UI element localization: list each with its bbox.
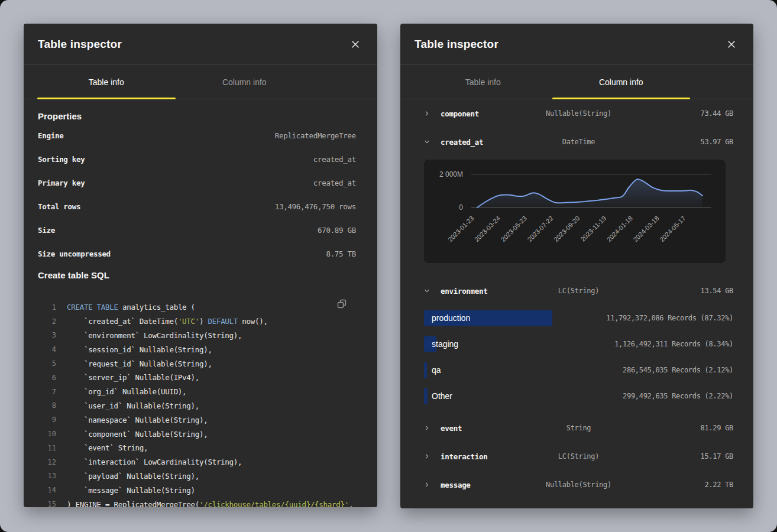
chevron-cell bbox=[424, 425, 441, 431]
property-value: 13,496,476,750 rows bbox=[275, 202, 356, 211]
property-row: Size670.89 GB bbox=[38, 218, 356, 242]
sql-text: `environment` LowCardinality(String), bbox=[67, 331, 242, 340]
value-row: qa286,545,035 Records (2.12%) bbox=[424, 357, 733, 383]
sql-text: `user_id` Nullable(String), bbox=[67, 401, 199, 410]
property-row: EngineReplicatedMergeTree bbox=[38, 124, 356, 147]
line-number: 13 bbox=[38, 472, 56, 480]
value-row: production11,792,372,086 Records (87.32%… bbox=[424, 305, 733, 331]
property-value: 8.75 TB bbox=[326, 249, 356, 258]
column-row-interaction[interactable]: interactionLC(String)15.17 GB bbox=[424, 442, 733, 471]
column-size: 2.22 TB bbox=[705, 481, 733, 489]
sql-text: `created_at` DateTime('UTC') DEFAULT now… bbox=[67, 317, 268, 326]
value-label: staging bbox=[432, 339, 458, 349]
table-inspector-dialog-right: Table inspector Table info Column info c… bbox=[400, 24, 753, 508]
sql-token: `user_id` Nullable(String), bbox=[67, 401, 199, 410]
dialog-title: Table inspector bbox=[415, 38, 498, 51]
column-name: created_at bbox=[441, 138, 483, 147]
column-row-component[interactable]: componentNullable(String)73.44 GB bbox=[424, 99, 733, 128]
sql-token: 'UTC' bbox=[178, 317, 199, 326]
sql-code-line: 8 `user_id` Nullable(String), bbox=[38, 399, 356, 413]
value-bar bbox=[424, 362, 427, 378]
properties-rows: EngineReplicatedMergeTreeSorting keycrea… bbox=[38, 124, 356, 265]
sql-code-line: 14 `message` Nullable(String) bbox=[38, 483, 356, 497]
column-row-message[interactable]: messageNullable(String)2.22 TB bbox=[424, 471, 733, 499]
value-bar bbox=[424, 388, 428, 404]
sql-code-line: 13 `payload` Nullable(String), bbox=[38, 469, 356, 484]
tab-table-info[interactable]: Table info bbox=[37, 65, 176, 99]
chevron-right-icon bbox=[424, 111, 430, 116]
line-number: 12 bbox=[38, 458, 56, 466]
sql-code-line: 1CREATE TABLE analytics_table ( bbox=[38, 300, 356, 314]
column-size: 73.44 GB bbox=[701, 109, 733, 118]
value-label: production bbox=[432, 313, 470, 323]
x-tick-label: 2023-01-23 bbox=[446, 215, 475, 243]
created-at-area-chart: 2 000M02023-01-232023-03-242023-05-23202… bbox=[424, 160, 726, 263]
dialog-title: Table inspector bbox=[38, 38, 122, 51]
column-row-environment[interactable]: environmentLC(String)13.54 GB bbox=[424, 277, 733, 305]
column-row-event[interactable]: eventString81.29 GB bbox=[424, 414, 733, 442]
column-type: Nullable(String) bbox=[546, 109, 611, 118]
sql-text: `payload` Nullable(String), bbox=[67, 472, 199, 481]
tab-table-info[interactable]: Table info bbox=[414, 65, 552, 99]
column-row-left: environment bbox=[424, 287, 527, 296]
tab-column-info[interactable]: Column info bbox=[552, 65, 691, 99]
column-row-created_at[interactable]: created_atDateTime53.97 GB bbox=[424, 128, 733, 156]
column-row-left: interaction bbox=[424, 452, 527, 461]
sql-code-line: 10 `component` Nullable(String), bbox=[38, 427, 356, 441]
column-row-left: message bbox=[424, 481, 527, 489]
sql-token: '/clickhouse/tables/{uuid}/{shard}' bbox=[199, 500, 349, 507]
column-name: interaction bbox=[441, 452, 487, 461]
y-axis-label-max: 2 000M bbox=[439, 170, 463, 179]
column-row-left: created_at bbox=[424, 138, 527, 147]
copy-button[interactable] bbox=[336, 299, 347, 311]
sql-token: `environment` LowCardinality(String), bbox=[67, 331, 242, 340]
chevron-right-icon bbox=[424, 482, 430, 488]
property-label: Total rows bbox=[38, 202, 80, 211]
column-row-left: event bbox=[424, 424, 527, 433]
column-type: Nullable(String) bbox=[546, 481, 611, 489]
environment-values-block: production11,792,372,086 Records (87.32%… bbox=[424, 305, 733, 409]
sql-text: `server_ip` Nullable(IPv4), bbox=[67, 373, 199, 382]
tab-column-info[interactable]: Column info bbox=[176, 65, 314, 99]
tab-bar: Table info Column info bbox=[400, 65, 753, 99]
close-button[interactable] bbox=[725, 38, 738, 51]
column-type: LC(String) bbox=[558, 452, 599, 460]
x-tick-label: 2023-03-24 bbox=[473, 215, 501, 243]
sql-token: `request_id` Nullable(String), bbox=[67, 359, 212, 368]
sql-code-block: 1CREATE TABLE analytics_table (2 `create… bbox=[38, 294, 356, 507]
sql-token: `message` Nullable(String) bbox=[67, 486, 195, 495]
property-label: Size bbox=[38, 226, 55, 235]
column-info-body: componentNullable(String)73.44 GBcreated… bbox=[400, 99, 753, 499]
x-tick-label: 2023-09-20 bbox=[552, 215, 581, 243]
line-number: 2 bbox=[38, 317, 56, 326]
chevron-right-icon bbox=[424, 425, 430, 431]
property-label: Size uncompressed bbox=[38, 249, 111, 258]
sql-token: `interaction` LowCardinality(String), bbox=[67, 458, 242, 466]
property-value: ReplicatedMergeTree bbox=[275, 131, 356, 140]
sql-code-line: 2 `created_at` DateTime('UTC') DEFAULT n… bbox=[38, 314, 356, 329]
sql-token: `created_at` DateTime( bbox=[67, 317, 178, 326]
column-size: 81.29 GB bbox=[701, 424, 733, 432]
sql-token: DEFAULT bbox=[208, 317, 238, 326]
sql-token: `payload` Nullable(String), bbox=[67, 472, 199, 481]
column-name: message bbox=[441, 481, 471, 489]
sql-code-line: 7 `org_id` Nullable(UUID), bbox=[38, 385, 356, 399]
x-tick-label: 2023-05-23 bbox=[500, 215, 528, 243]
sql-token: CREATE TABLE bbox=[67, 303, 118, 312]
copy-icon bbox=[336, 299, 347, 309]
sql-code-line: 5 `request_id` Nullable(String), bbox=[38, 356, 356, 371]
property-value: 670.89 GB bbox=[318, 226, 356, 235]
sql-token: , bbox=[349, 500, 353, 507]
line-number: 11 bbox=[38, 444, 56, 452]
table-info-body: Properties EngineReplicatedMergeTreeSort… bbox=[24, 111, 377, 507]
chevron-cell bbox=[424, 139, 441, 145]
column-size: 53.97 GB bbox=[701, 138, 733, 146]
sql-code-line: 4 `session_id` Nullable(String), bbox=[38, 342, 356, 356]
property-value: created_at bbox=[313, 179, 356, 187]
close-button[interactable] bbox=[349, 38, 362, 51]
chevron-down-icon bbox=[424, 139, 430, 145]
sql-text: `org_id` Nullable(UUID), bbox=[67, 387, 186, 396]
value-label: Other bbox=[432, 391, 452, 401]
line-number: 7 bbox=[38, 388, 56, 396]
value-row: Other299,492,635 Records (2.22%) bbox=[424, 383, 733, 409]
